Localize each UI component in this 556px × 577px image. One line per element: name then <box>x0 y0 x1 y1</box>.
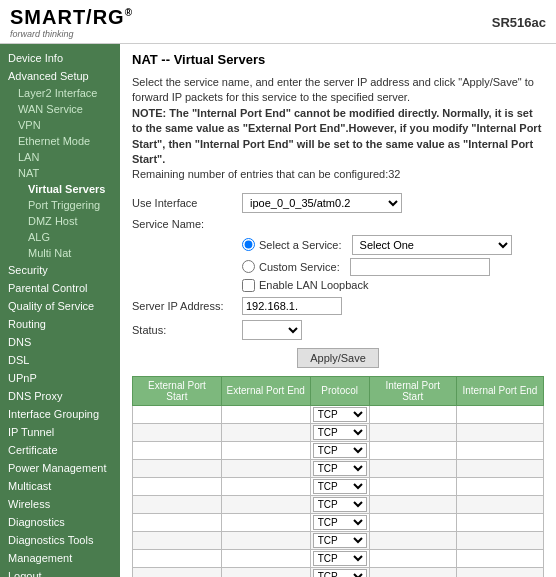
select-service-dropdown[interactable]: Select One <box>352 235 512 255</box>
input-ext-port-end[interactable] <box>224 409 308 420</box>
sidebar-item-interface-grouping[interactable]: Interface Grouping <box>0 405 120 423</box>
input-int-port-start[interactable] <box>372 553 454 564</box>
select-protocol[interactable]: TCPUDPTCP/UDP <box>313 551 367 566</box>
input-ext-port-end[interactable] <box>224 445 308 456</box>
sidebar-item-dsl[interactable]: DSL <box>0 351 120 369</box>
sidebar-item-layer2-interface[interactable]: Layer2 Interface <box>0 85 120 101</box>
input-ext-port-start[interactable] <box>135 463 219 474</box>
select-protocol[interactable]: TCPUDPTCP/UDP <box>313 407 367 422</box>
input-int-port-start[interactable] <box>372 499 454 510</box>
input-int-port-start[interactable] <box>372 481 454 492</box>
custom-service-input[interactable] <box>350 258 490 276</box>
enable-lan-loopback-checkbox[interactable] <box>242 279 255 292</box>
input-ext-port-start[interactable] <box>135 445 219 456</box>
sidebar-item-nat[interactable]: NAT <box>0 165 120 181</box>
sidebar-item-logout[interactable]: Logout <box>0 567 120 577</box>
input-ext-port-end[interactable] <box>224 481 308 492</box>
input-int-port-end[interactable] <box>459 535 541 546</box>
input-int-port-start[interactable] <box>372 427 454 438</box>
sidebar-item-routing[interactable]: Routing <box>0 315 120 333</box>
select-protocol[interactable]: TCPUDPTCP/UDP <box>313 461 367 476</box>
table-row: TCPUDPTCP/UDP <box>133 567 544 577</box>
input-ext-port-start[interactable] <box>135 517 219 528</box>
input-ext-port-start[interactable] <box>135 499 219 510</box>
sidebar-item-diagnostics-tools[interactable]: Diagnostics Tools <box>0 531 120 549</box>
sidebar-item-virtual-servers[interactable]: Virtual Servers <box>0 181 120 197</box>
select-protocol[interactable]: TCPUDPTCP/UDP <box>313 497 367 512</box>
sidebar-item-port-triggering[interactable]: Port Triggering <box>0 197 120 213</box>
input-ext-port-start[interactable] <box>135 427 219 438</box>
sidebar-item-wan-service[interactable]: WAN Service <box>0 101 120 117</box>
sidebar-item-qos[interactable]: Quality of Service <box>0 297 120 315</box>
input-int-port-end[interactable] <box>459 499 541 510</box>
input-ext-port-end[interactable] <box>224 553 308 564</box>
input-int-port-end[interactable] <box>459 409 541 420</box>
use-interface-select[interactable]: ipoe_0_0_35/atm0.2 <box>242 193 402 213</box>
input-ext-port-end[interactable] <box>224 427 308 438</box>
input-int-port-start[interactable] <box>372 463 454 474</box>
input-int-port-end[interactable] <box>459 427 541 438</box>
sidebar-item-ip-tunnel[interactable]: IP Tunnel <box>0 423 120 441</box>
sidebar-item-ethernet-mode[interactable]: Ethernet Mode <box>0 133 120 149</box>
input-ext-port-start[interactable] <box>135 571 219 577</box>
input-ext-port-end[interactable] <box>224 517 308 528</box>
apply-save-top-button[interactable]: Apply/Save <box>297 348 379 368</box>
sidebar-item-alg[interactable]: ALG <box>0 229 120 245</box>
input-ext-port-end[interactable] <box>224 499 308 510</box>
input-int-port-start[interactable] <box>372 409 454 420</box>
description: Select the service name, and enter the s… <box>132 75 544 183</box>
select-service-radio[interactable] <box>242 238 255 251</box>
cell-protocol: TCPUDPTCP/UDP <box>310 441 369 459</box>
sidebar-item-advanced-setup[interactable]: Advanced Setup <box>0 67 120 85</box>
sidebar-item-certificate[interactable]: Certificate <box>0 441 120 459</box>
sidebar-item-dns-proxy[interactable]: DNS Proxy <box>0 387 120 405</box>
select-protocol[interactable]: TCPUDPTCP/UDP <box>313 533 367 548</box>
sidebar-item-management[interactable]: Management <box>0 549 120 567</box>
sidebar-item-device-info[interactable]: Device Info <box>0 49 120 67</box>
sidebar-item-upnp[interactable]: UPnP <box>0 369 120 387</box>
sidebar-item-parental-control[interactable]: Parental Control <box>0 279 120 297</box>
input-ext-port-start[interactable] <box>135 553 219 564</box>
select-protocol[interactable]: TCPUDPTCP/UDP <box>313 425 367 440</box>
sidebar-item-power-management[interactable]: Power Management <box>0 459 120 477</box>
input-int-port-end[interactable] <box>459 517 541 528</box>
select-protocol[interactable]: TCPUDPTCP/UDP <box>313 479 367 494</box>
sidebar-item-security[interactable]: Security <box>0 261 120 279</box>
select-protocol[interactable]: TCPUDPTCP/UDP <box>313 443 367 458</box>
input-int-port-end[interactable] <box>459 445 541 456</box>
sidebar-item-dns[interactable]: DNS <box>0 333 120 351</box>
cell-protocol: TCPUDPTCP/UDP <box>310 495 369 513</box>
cell-int-port-start <box>369 441 456 459</box>
input-int-port-end[interactable] <box>459 481 541 492</box>
col-protocol: Protocol <box>310 376 369 405</box>
select-protocol[interactable]: TCPUDPTCP/UDP <box>313 569 367 577</box>
sidebar-item-multi-nat[interactable]: Multi Nat <box>0 245 120 261</box>
cell-int-port-start <box>369 567 456 577</box>
input-ext-port-end[interactable] <box>224 463 308 474</box>
custom-service-radio[interactable] <box>242 260 255 273</box>
input-int-port-end[interactable] <box>459 553 541 564</box>
sidebar-item-wireless[interactable]: Wireless <box>0 495 120 513</box>
table-row: TCPUDPTCP/UDP <box>133 495 544 513</box>
input-ext-port-end[interactable] <box>224 535 308 546</box>
sidebar-item-diagnostics[interactable]: Diagnostics <box>0 513 120 531</box>
custom-service-label: Custom Service: <box>259 261 340 273</box>
input-int-port-start[interactable] <box>372 535 454 546</box>
input-int-port-start[interactable] <box>372 445 454 456</box>
input-int-port-end[interactable] <box>459 463 541 474</box>
sidebar-item-vpn[interactable]: VPN <box>0 117 120 133</box>
input-int-port-end[interactable] <box>459 571 541 577</box>
input-ext-port-start[interactable] <box>135 409 219 420</box>
sidebar-item-lan[interactable]: LAN <box>0 149 120 165</box>
input-ext-port-end[interactable] <box>224 571 308 577</box>
sidebar-item-multicast[interactable]: Multicast <box>0 477 120 495</box>
input-ext-port-start[interactable] <box>135 481 219 492</box>
server-ip-input[interactable] <box>242 297 342 315</box>
server-ip-row: Server IP Address: <box>132 297 544 315</box>
select-protocol[interactable]: TCPUDPTCP/UDP <box>313 515 367 530</box>
input-int-port-start[interactable] <box>372 571 454 577</box>
sidebar-item-dmz-host[interactable]: DMZ Host <box>0 213 120 229</box>
input-int-port-start[interactable] <box>372 517 454 528</box>
input-ext-port-start[interactable] <box>135 535 219 546</box>
status-select[interactable] <box>242 320 302 340</box>
